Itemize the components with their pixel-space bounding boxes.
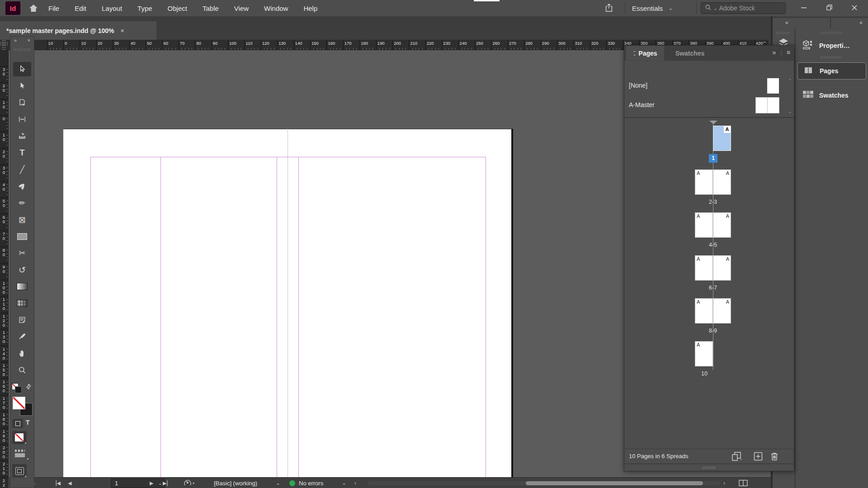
eyedropper-tool[interactable] xyxy=(13,329,31,344)
panel-close-icon[interactable]: × xyxy=(28,38,30,43)
next-page-button[interactable]: ▶ xyxy=(150,478,154,488)
gradient-swatch-tool[interactable] xyxy=(13,279,31,294)
menu-table[interactable]: Table xyxy=(202,4,220,13)
direct-selection-tool[interactable] xyxy=(13,79,31,93)
formatting-affects-container-button[interactable] xyxy=(12,419,23,428)
page-number-badge[interactable]: 1 xyxy=(709,154,717,163)
page-thumbnail-4-5[interactable]: A xyxy=(695,213,712,237)
scroll-up-icon[interactable]: ⌃ xyxy=(788,78,792,83)
errors-chevron-icon[interactable]: ⌄ xyxy=(342,478,346,488)
hand-tool[interactable] xyxy=(13,346,31,361)
page-number-field[interactable]: 1 ⌄ xyxy=(111,479,165,488)
scroll-left-icon[interactable]: ‹ xyxy=(354,478,356,488)
page-thumbnail-2-3[interactable]: A xyxy=(713,170,731,194)
gradient-feather-tool[interactable] xyxy=(13,296,31,310)
dock-button-properti[interactable]: Properti… xyxy=(797,37,866,54)
adobe-stock-search[interactable]: ⌄ Adobe Stock xyxy=(701,2,786,14)
panel-grip[interactable] xyxy=(821,32,842,34)
tab-close-icon[interactable]: × xyxy=(121,27,124,34)
menu-file[interactable]: File xyxy=(47,4,60,13)
menu-window[interactable]: Window xyxy=(263,4,289,13)
line-tool[interactable]: ╱ xyxy=(13,162,31,177)
page-thumbnail-1[interactable]: A xyxy=(713,126,731,150)
edit-page-size-button[interactable] xyxy=(731,451,743,462)
formatting-affects-text-button[interactable]: T xyxy=(26,419,30,426)
ruler-corner[interactable] xyxy=(0,40,8,50)
type-tool[interactable]: T xyxy=(13,145,31,160)
previous-page-button[interactable]: ◀ xyxy=(68,478,72,488)
master-row-none[interactable]: [None] xyxy=(624,76,794,95)
first-page-button[interactable]: ▕◀ xyxy=(52,478,61,488)
pencil-tool[interactable]: ✏ xyxy=(13,196,31,210)
collapse-panels-icon[interactable]: « xyxy=(859,19,863,26)
master-row-a-master[interactable]: A-Master xyxy=(624,96,794,115)
master-thumbnail[interactable] xyxy=(756,98,767,113)
restore-button[interactable] xyxy=(816,0,842,15)
page-thumbnail-6-7[interactable]: A xyxy=(713,256,731,280)
selection-tool[interactable] xyxy=(13,62,31,76)
page-thumbnail-2-3[interactable]: A xyxy=(695,170,712,194)
scissors-tool[interactable]: ✂ xyxy=(13,246,31,260)
minimize-button[interactable] xyxy=(791,0,816,15)
panel-expand-icon[interactable]: » xyxy=(14,38,17,43)
last-page-button[interactable]: ▶▏ xyxy=(163,478,171,488)
tab-swatches[interactable]: Swatches xyxy=(667,46,712,61)
ruler-label: 140 xyxy=(295,41,302,46)
errors-label[interactable]: No errors xyxy=(299,478,323,488)
preflight-profile-label[interactable]: [Basic] (working) xyxy=(214,478,257,488)
page-thumbnail-8-9[interactable]: A xyxy=(695,299,712,323)
swap-fill-stroke-icon[interactable]: ⇄ xyxy=(24,382,33,391)
menu-layout[interactable]: Layout xyxy=(101,4,123,13)
page-thumbnail-8-9[interactable]: A xyxy=(713,299,731,323)
page-thumbnail-10[interactable]: A xyxy=(695,342,712,366)
panel-collapse-icon[interactable]: » xyxy=(772,49,776,56)
menu-object[interactable]: Object xyxy=(167,4,188,13)
close-button[interactable] xyxy=(842,0,867,15)
dock-button-pages[interactable]: Pages xyxy=(797,62,866,80)
vertical-ruler[interactable]: 3020100102030405060708090100110120130140… xyxy=(0,50,9,488)
free-transform-tool[interactable]: ↺ xyxy=(13,263,31,277)
collapse-panels-icon[interactable]: « xyxy=(785,19,788,26)
ruler-label: 30 xyxy=(0,166,8,175)
scroll-right-icon[interactable]: › xyxy=(723,478,725,488)
menu-type[interactable]: Type xyxy=(137,4,153,13)
delete-page-button[interactable] xyxy=(769,451,781,462)
gap-tool[interactable] xyxy=(13,112,31,127)
create-new-page-button[interactable] xyxy=(753,451,764,462)
preflight-icon[interactable]: ▾ xyxy=(183,478,194,488)
tab-pages[interactable]: ⌃⌄ Pages xyxy=(626,46,664,61)
scroll-down-icon[interactable]: ⌄ xyxy=(788,109,792,114)
fit-spread-button[interactable] xyxy=(738,478,748,488)
view-options-button[interactable] xyxy=(14,449,27,459)
rectangle-tool[interactable] xyxy=(13,229,31,244)
panel-grip[interactable] xyxy=(821,56,842,59)
page-thumbnail-6-7[interactable]: A xyxy=(695,256,712,280)
menu-help[interactable]: Help xyxy=(302,4,318,13)
panel-grip[interactable] xyxy=(776,32,791,34)
fill-swatch[interactable] xyxy=(13,397,25,409)
rectangle-frame-tool[interactable]: ⊠ xyxy=(13,212,31,227)
master-thumbnail[interactable] xyxy=(768,98,779,113)
panel-resize-grip[interactable] xyxy=(624,464,794,471)
panel-grip[interactable] xyxy=(14,48,31,51)
panel-menu-icon[interactable]: ≡ xyxy=(787,49,790,56)
page-tool[interactable] xyxy=(13,95,31,110)
horizontal-scrollbar-thumb[interactable] xyxy=(526,481,703,485)
workspace-switcher[interactable]: Essentials ⌄ xyxy=(632,3,673,13)
share-icon[interactable] xyxy=(604,3,616,14)
dock-button-swatches[interactable]: Swatches xyxy=(797,87,866,104)
pen-tool[interactable] xyxy=(13,179,31,193)
page-thumbnail-4-5[interactable]: A xyxy=(713,213,731,237)
home-icon[interactable] xyxy=(28,3,40,14)
apply-none-button[interactable] xyxy=(12,431,27,444)
screen-mode-button[interactable] xyxy=(12,464,27,478)
ruler-label: 110 xyxy=(245,41,252,46)
note-tool[interactable] xyxy=(13,313,31,327)
menu-edit[interactable]: Edit xyxy=(74,4,87,13)
content-collector-tool[interactable] xyxy=(13,129,31,143)
zoom-tool[interactable] xyxy=(13,363,31,377)
menu-view[interactable]: View xyxy=(233,4,250,13)
default-fill-stroke-button[interactable] xyxy=(12,384,18,389)
preflight-chevron-icon[interactable]: ⌄ xyxy=(276,478,280,488)
master-thumbnail[interactable] xyxy=(767,78,779,94)
